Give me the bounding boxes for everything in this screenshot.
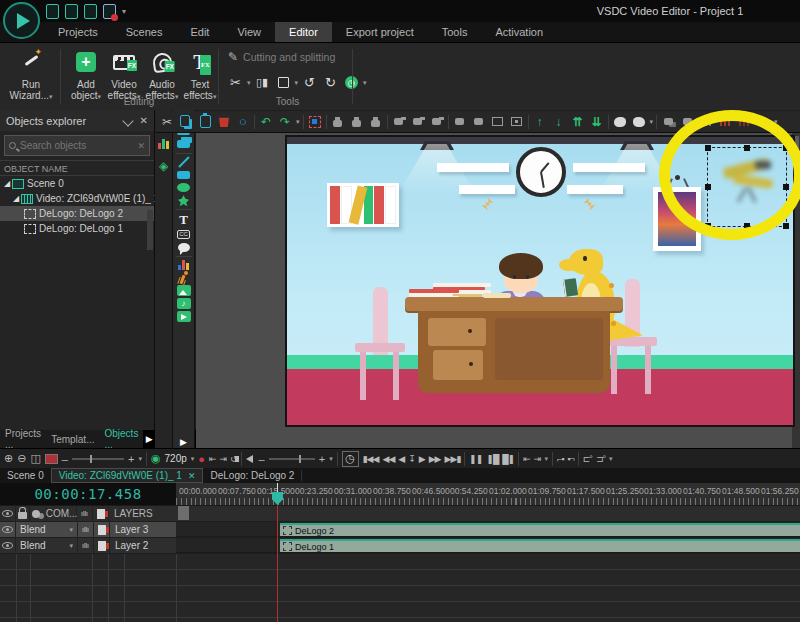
copy-icon[interactable] xyxy=(178,114,194,130)
tree-item-delogo-2[interactable]: DeLogo: DeLogo 2 xyxy=(0,206,154,221)
blend-mode-select[interactable]: Blend▾ xyxy=(16,522,78,537)
align-middle-icon[interactable] xyxy=(410,114,426,130)
go-to-start-icon[interactable]: ▮◀◀ xyxy=(363,451,379,467)
center-vertical-icon[interactable] xyxy=(471,114,487,130)
new-project-icon[interactable] xyxy=(46,4,59,19)
move-up-icon[interactable]: ↑ xyxy=(532,114,548,130)
close-tab-icon[interactable]: ✕ xyxy=(188,471,196,481)
layer-track[interactable]: DeLogo 2 xyxy=(176,522,800,537)
layer-visibility-icon[interactable] xyxy=(0,538,16,553)
zoom-out-timeline-icon[interactable]: ⊖ xyxy=(17,451,26,467)
crop-tool-icon[interactable] xyxy=(274,73,293,92)
rotate-ccw-icon[interactable]: ↺ xyxy=(300,73,319,92)
thumbnail-column-icon[interactable] xyxy=(93,506,109,521)
move-tool-icon[interactable]: ◈ xyxy=(159,159,168,173)
menu-edit[interactable]: Edit xyxy=(176,22,223,42)
move-to-top-icon[interactable]: ⇈ xyxy=(570,114,586,130)
shape-union-icon[interactable] xyxy=(612,114,628,130)
add-image-tool[interactable] xyxy=(174,284,194,297)
ellipse-tool[interactable] xyxy=(174,181,194,194)
rotate-cw-icon[interactable]: ↻ xyxy=(321,73,340,92)
open-project-icon[interactable] xyxy=(65,4,78,19)
center-horizontal-icon[interactable] xyxy=(452,114,468,130)
play-icon[interactable]: ▶ xyxy=(419,451,425,467)
step-back-icon[interactable]: ◀ xyxy=(398,451,404,467)
layer-row-2[interactable]: Blend▾ ıllı Layer 2 DeLogo 1 xyxy=(0,538,800,553)
line-tool[interactable] xyxy=(174,156,194,169)
search-box[interactable]: ✕ xyxy=(4,135,150,156)
tab-objects-explorer[interactable]: Objects ... xyxy=(99,428,143,450)
panel-scrollbar[interactable] xyxy=(147,210,153,250)
search-input[interactable] xyxy=(20,140,137,151)
animation-tool[interactable] xyxy=(174,271,194,284)
subtitles-tool[interactable]: CC xyxy=(174,228,194,241)
timeline-tab-delogo[interactable]: DeLogo: DeLogo 2 xyxy=(203,468,301,483)
fit-object-icon[interactable] xyxy=(509,114,525,130)
align-left-icon[interactable] xyxy=(330,114,346,130)
menu-activation[interactable]: Activation xyxy=(481,22,557,42)
timeline-zoom-slider[interactable] xyxy=(72,458,124,460)
layer-waveform-icon[interactable]: ıllı xyxy=(78,522,94,537)
levels-icon[interactable] xyxy=(158,138,169,149)
run-wizard-button[interactable]: Run Wizard...▾ xyxy=(5,47,57,102)
quickbar-caret-icon[interactable]: ▾ xyxy=(122,7,126,19)
layer-row-3[interactable]: Blend▾ ıllı Layer 3 DeLogo 2 xyxy=(0,522,800,537)
timeline-tab-video[interactable]: Video: ZCl69dVtW0E (1)_ 1 ✕ xyxy=(51,468,204,483)
preview-quality-icon[interactable]: ◉ xyxy=(151,451,161,467)
record-icon[interactable]: ● xyxy=(198,451,205,467)
menu-editor[interactable]: Editor xyxy=(275,22,332,42)
align-right-icon[interactable] xyxy=(368,114,384,130)
menu-tools[interactable]: Tools xyxy=(428,22,482,42)
expand-toolbar-icon[interactable]: ▶ xyxy=(174,435,194,448)
split-tool-icon[interactable]: ▯▮ xyxy=(253,73,272,92)
layer-track[interactable]: DeLogo 1 xyxy=(176,538,800,553)
paste-icon[interactable] xyxy=(197,114,213,130)
save-project-icon[interactable] xyxy=(84,4,97,19)
add-video-tool[interactable] xyxy=(174,310,194,323)
go-to-end-icon[interactable]: ▶▶▮ xyxy=(445,451,461,467)
clip-delogo-1[interactable]: DeLogo 1 xyxy=(280,539,800,552)
objects-column-icon[interactable] xyxy=(30,506,47,521)
volume-icon[interactable] xyxy=(246,455,253,463)
split-parts-icon[interactable]: ⊏° xyxy=(583,451,592,467)
timeline-tab-scene[interactable]: Scene 0 xyxy=(0,468,51,483)
tree-item-video[interactable]: ◢ Video: ZCl69dVtW0E (1)_ 1 xyxy=(0,191,154,206)
tab-projects-explorer[interactable]: Projects ... xyxy=(0,428,46,450)
trim-start-icon[interactable]: ⌐▪ xyxy=(557,451,563,467)
volume-slider[interactable] xyxy=(269,458,315,460)
layer-thumbnail-icon[interactable] xyxy=(94,538,110,553)
menu-export-project[interactable]: Export project xyxy=(332,22,428,42)
move-down-icon[interactable]: ↓ xyxy=(551,114,567,130)
selection-handle[interactable] xyxy=(783,223,789,229)
tab-templates[interactable]: Templat... xyxy=(46,434,99,445)
align-center-icon[interactable] xyxy=(349,114,365,130)
time-display-icon[interactable]: ◷ xyxy=(342,451,359,467)
split-frame-icon[interactable]: ⊐° xyxy=(596,451,605,467)
lock-column-icon[interactable] xyxy=(16,506,30,521)
layer-waveform-icon[interactable]: ıllı xyxy=(78,538,94,553)
tree-item-scene[interactable]: ◢ Scene 0 xyxy=(0,176,154,191)
redo-icon[interactable]: ↷ xyxy=(277,114,293,130)
set-cursor-icon[interactable]: ↧ xyxy=(408,451,415,467)
menu-view[interactable]: View xyxy=(223,22,275,42)
expand-tabs-icon[interactable]: ▶ xyxy=(143,430,155,448)
menu-projects[interactable]: Projects xyxy=(44,22,112,42)
tree-item-delogo-1[interactable]: DeLogo: DeLogo 1 xyxy=(0,221,154,236)
close-panel-icon[interactable]: ✕ xyxy=(140,115,148,126)
align-bottom-icon[interactable] xyxy=(429,114,445,130)
menu-scenes[interactable]: Scenes xyxy=(112,22,177,42)
free-shape-tool[interactable] xyxy=(174,194,194,207)
selection-mode-icon[interactable] xyxy=(307,114,323,130)
undo-icon[interactable]: ↶ xyxy=(258,114,274,130)
waveform-column-icon[interactable]: ıllı xyxy=(77,506,93,521)
timeline-ruler[interactable]: 00:00.000 00:07.750 00:15.500 00:23.250 … xyxy=(176,483,800,505)
fast-rewind-icon[interactable]: ◀◀ xyxy=(382,451,394,467)
align-top-icon[interactable] xyxy=(391,114,407,130)
cut-tool-icon[interactable]: ✂ xyxy=(226,73,245,92)
chart-tool[interactable] xyxy=(174,258,194,271)
pin-icon[interactable] xyxy=(122,115,133,126)
pause-region-icon[interactable]: ❚❚ xyxy=(469,451,482,467)
delete-icon[interactable] xyxy=(216,114,232,130)
move-to-bottom-icon[interactable]: ⇊ xyxy=(589,114,605,130)
add-audio-tool[interactable]: ♪ xyxy=(174,297,194,310)
